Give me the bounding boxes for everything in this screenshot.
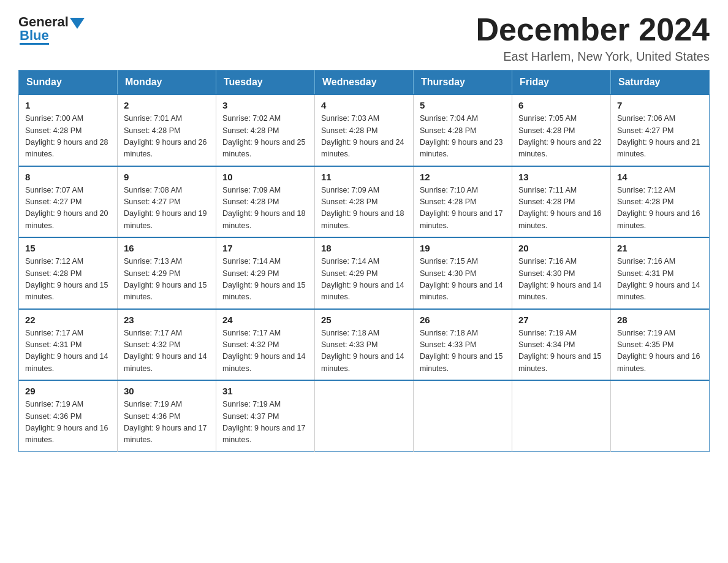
day-info: Sunrise: 7:17 AM Sunset: 4:32 PM Dayligh…: [222, 327, 308, 375]
page-header: General Blue December 2024 East Harlem, …: [18, 12, 710, 64]
calendar-cell: [414, 380, 512, 451]
logo-triangle-icon: [70, 18, 85, 29]
day-number: 7: [617, 100, 703, 110]
day-number: 22: [25, 315, 111, 325]
day-number: 9: [124, 172, 210, 182]
calendar-cell: 21 Sunrise: 7:16 AM Sunset: 4:31 PM Dayl…: [611, 237, 710, 309]
day-number: 31: [222, 386, 308, 396]
day-number: 4: [321, 100, 407, 110]
day-info: Sunrise: 7:07 AM Sunset: 4:27 PM Dayligh…: [25, 185, 111, 232]
day-info: Sunrise: 7:06 AM Sunset: 4:27 PM Dayligh…: [617, 113, 703, 161]
calendar-cell: 24 Sunrise: 7:17 AM Sunset: 4:32 PM Dayl…: [216, 309, 315, 381]
day-info: Sunrise: 7:15 AM Sunset: 4:30 PM Dayligh…: [420, 256, 506, 304]
day-of-week-header: Tuesday: [216, 71, 315, 95]
calendar-cell: 3 Sunrise: 7:02 AM Sunset: 4:28 PM Dayli…: [216, 94, 315, 166]
calendar-cell: 12 Sunrise: 7:10 AM Sunset: 4:28 PM Dayl…: [414, 166, 512, 238]
day-of-week-header: Saturday: [611, 71, 710, 95]
calendar-cell: 7 Sunrise: 7:06 AM Sunset: 4:27 PM Dayli…: [611, 94, 710, 166]
day-number: 23: [124, 315, 210, 325]
logo-general-text: General: [18, 15, 69, 29]
calendar-cell: 22 Sunrise: 7:17 AM Sunset: 4:31 PM Dayl…: [19, 309, 118, 381]
day-number: 25: [321, 315, 407, 325]
calendar-cell: 6 Sunrise: 7:05 AM Sunset: 4:28 PM Dayli…: [512, 94, 611, 166]
calendar-cell: 13 Sunrise: 7:11 AM Sunset: 4:28 PM Dayl…: [512, 166, 611, 238]
day-number: 17: [222, 243, 308, 253]
calendar-cell: 29 Sunrise: 7:19 AM Sunset: 4:36 PM Dayl…: [19, 380, 118, 451]
day-info: Sunrise: 7:19 AM Sunset: 4:36 PM Dayligh…: [124, 399, 210, 446]
calendar-cell: 31 Sunrise: 7:19 AM Sunset: 4:37 PM Dayl…: [216, 380, 315, 451]
calendar-cell: [315, 380, 414, 451]
day-info: Sunrise: 7:18 AM Sunset: 4:33 PM Dayligh…: [321, 327, 407, 375]
calendar-week-row: 29 Sunrise: 7:19 AM Sunset: 4:36 PM Dayl…: [19, 380, 710, 451]
calendar-cell: 8 Sunrise: 7:07 AM Sunset: 4:27 PM Dayli…: [19, 166, 118, 238]
day-info: Sunrise: 7:17 AM Sunset: 4:32 PM Dayligh…: [124, 327, 210, 375]
calendar-cell: 18 Sunrise: 7:14 AM Sunset: 4:29 PM Dayl…: [315, 237, 414, 309]
day-info: Sunrise: 7:13 AM Sunset: 4:29 PM Dayligh…: [124, 256, 210, 304]
day-info: Sunrise: 7:14 AM Sunset: 4:29 PM Dayligh…: [222, 256, 308, 304]
day-info: Sunrise: 7:09 AM Sunset: 4:28 PM Dayligh…: [321, 185, 407, 232]
calendar-cell: 5 Sunrise: 7:04 AM Sunset: 4:28 PM Dayli…: [414, 94, 512, 166]
day-info: Sunrise: 7:19 AM Sunset: 4:35 PM Dayligh…: [617, 327, 703, 375]
calendar-cell: [512, 380, 611, 451]
location-text: East Harlem, New York, United States: [476, 50, 710, 64]
calendar-cell: 2 Sunrise: 7:01 AM Sunset: 4:28 PM Dayli…: [118, 94, 216, 166]
month-title: December 2024: [476, 12, 710, 47]
day-number: 27: [518, 315, 604, 325]
day-info: Sunrise: 7:16 AM Sunset: 4:31 PM Dayligh…: [617, 256, 703, 304]
day-info: Sunrise: 7:01 AM Sunset: 4:28 PM Dayligh…: [124, 113, 210, 161]
day-number: 28: [617, 315, 703, 325]
day-number: 10: [222, 172, 308, 182]
day-info: Sunrise: 7:05 AM Sunset: 4:28 PM Dayligh…: [518, 113, 604, 161]
calendar-cell: 14 Sunrise: 7:12 AM Sunset: 4:28 PM Dayl…: [611, 166, 710, 238]
calendar-cell: 20 Sunrise: 7:16 AM Sunset: 4:30 PM Dayl…: [512, 237, 611, 309]
day-info: Sunrise: 7:04 AM Sunset: 4:28 PM Dayligh…: [420, 113, 506, 161]
day-of-week-header: Wednesday: [315, 71, 414, 95]
logo: General Blue: [18, 12, 85, 42]
calendar-cell: 10 Sunrise: 7:09 AM Sunset: 4:28 PM Dayl…: [216, 166, 315, 238]
day-number: 19: [420, 243, 506, 253]
day-number: 1: [25, 100, 111, 110]
day-number: 11: [321, 172, 407, 182]
day-info: Sunrise: 7:17 AM Sunset: 4:31 PM Dayligh…: [25, 327, 111, 375]
day-info: Sunrise: 7:09 AM Sunset: 4:28 PM Dayligh…: [222, 185, 308, 232]
day-info: Sunrise: 7:03 AM Sunset: 4:28 PM Dayligh…: [321, 113, 407, 161]
day-number: 26: [420, 315, 506, 325]
calendar-week-row: 8 Sunrise: 7:07 AM Sunset: 4:27 PM Dayli…: [19, 166, 710, 238]
calendar-cell: 1 Sunrise: 7:00 AM Sunset: 4:28 PM Dayli…: [19, 94, 118, 166]
calendar-cell: 9 Sunrise: 7:08 AM Sunset: 4:27 PM Dayli…: [118, 166, 216, 238]
day-number: 6: [518, 100, 604, 110]
day-number: 16: [124, 243, 210, 253]
calendar-week-row: 15 Sunrise: 7:12 AM Sunset: 4:28 PM Dayl…: [19, 237, 710, 309]
day-number: 24: [222, 315, 308, 325]
day-number: 20: [518, 243, 604, 253]
day-info: Sunrise: 7:02 AM Sunset: 4:28 PM Dayligh…: [222, 113, 308, 161]
calendar-cell: 23 Sunrise: 7:17 AM Sunset: 4:32 PM Dayl…: [118, 309, 216, 381]
day-number: 29: [25, 386, 111, 396]
day-of-week-header: Sunday: [19, 71, 118, 95]
day-info: Sunrise: 7:19 AM Sunset: 4:34 PM Dayligh…: [518, 327, 604, 375]
day-of-week-header: Friday: [512, 71, 611, 95]
calendar-cell: 30 Sunrise: 7:19 AM Sunset: 4:36 PM Dayl…: [118, 380, 216, 451]
day-of-week-header: Thursday: [414, 71, 512, 95]
day-info: Sunrise: 7:12 AM Sunset: 4:28 PM Dayligh…: [25, 256, 111, 304]
calendar-cell: 26 Sunrise: 7:18 AM Sunset: 4:33 PM Dayl…: [414, 309, 512, 381]
title-section: December 2024 East Harlem, New York, Uni…: [476, 12, 710, 64]
calendar-table: SundayMondayTuesdayWednesdayThursdayFrid…: [18, 70, 710, 452]
day-number: 13: [518, 172, 604, 182]
calendar-cell: 15 Sunrise: 7:12 AM Sunset: 4:28 PM Dayl…: [19, 237, 118, 309]
day-number: 8: [25, 172, 111, 182]
calendar-header-row: SundayMondayTuesdayWednesdayThursdayFrid…: [19, 71, 710, 95]
calendar-cell: 25 Sunrise: 7:18 AM Sunset: 4:33 PM Dayl…: [315, 309, 414, 381]
calendar-cell: 17 Sunrise: 7:14 AM Sunset: 4:29 PM Dayl…: [216, 237, 315, 309]
day-number: 12: [420, 172, 506, 182]
day-info: Sunrise: 7:14 AM Sunset: 4:29 PM Dayligh…: [321, 256, 407, 304]
calendar-cell: 11 Sunrise: 7:09 AM Sunset: 4:28 PM Dayl…: [315, 166, 414, 238]
day-number: 5: [420, 100, 506, 110]
day-of-week-header: Monday: [118, 71, 216, 95]
day-number: 30: [124, 386, 210, 396]
day-number: 15: [25, 243, 111, 253]
day-info: Sunrise: 7:12 AM Sunset: 4:28 PM Dayligh…: [617, 185, 703, 232]
logo-blue-text: Blue: [20, 28, 49, 45]
calendar-cell: [611, 380, 710, 451]
day-info: Sunrise: 7:00 AM Sunset: 4:28 PM Dayligh…: [25, 113, 111, 161]
